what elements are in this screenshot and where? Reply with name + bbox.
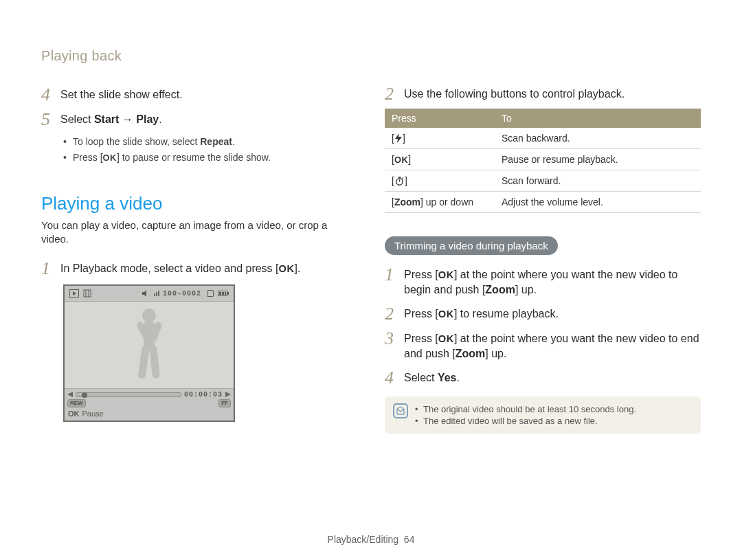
step-number: 5 <box>41 109 60 128</box>
right-column: 2 Use the following buttons to control p… <box>385 48 701 434</box>
svg-rect-2 <box>84 290 91 297</box>
svg-rect-16 <box>137 346 150 379</box>
step-number: 1 <box>41 258 60 278</box>
zoom-label: Zoom <box>394 197 420 208</box>
breadcrumb: Playing back <box>41 48 357 64</box>
video-preview: 100-0002 <box>63 284 235 422</box>
desc-cell: Scan forward. <box>495 170 701 192</box>
step-number: 1 <box>385 265 404 284</box>
step-number: 2 <box>385 304 404 323</box>
press-cell: [Zoom] up or down <box>385 192 495 213</box>
memory-icon <box>207 290 214 297</box>
desc-cell: Scan backward. <box>495 128 701 149</box>
ok-icon: OK <box>279 263 295 274</box>
step-5-bullets: To loop the slide show, select Repeat. P… <box>63 134 357 166</box>
progress-handle-icon <box>82 392 87 398</box>
timecode: 00:00:03 <box>184 391 223 399</box>
subsection-pill: Trimming a video during playback <box>385 236 558 255</box>
video-step-1: 1 In Playback mode, select a video and p… <box>41 258 357 278</box>
text: Select <box>60 113 94 125</box>
step-text: Select Start → Play. <box>60 109 162 127</box>
note-item: The edited video will be saved as a new … <box>415 415 636 427</box>
text: ] up. <box>515 284 537 295</box>
press-cell: [] <box>385 170 495 192</box>
footer-page-number: 64 <box>404 534 415 545</box>
page-footer: Playback/Editing 64 <box>0 534 742 545</box>
ff-chip: FF <box>218 399 231 407</box>
text: ]. <box>295 262 301 274</box>
step-text: Select Yes. <box>404 368 460 385</box>
note-list: The original video should be at least 10… <box>415 403 636 427</box>
controls-table: Press To [] Scan backward. [OK] Pause or… <box>385 109 701 213</box>
preview-chips-row: REW FF <box>65 399 234 408</box>
bold-zoom: Zoom <box>485 284 515 295</box>
text: Press [ <box>404 269 438 280</box>
note-box: The original video should be at least 10… <box>385 396 701 434</box>
film-icon <box>83 289 91 298</box>
section-title: Playing a video <box>41 193 357 214</box>
svg-marker-18 <box>67 392 73 397</box>
svg-rect-10 <box>222 292 224 295</box>
desc-cell: Adjust the volume level. <box>495 192 701 213</box>
svg-marker-5 <box>142 290 146 297</box>
ok-icon: OK <box>394 155 408 165</box>
press-cell: [OK] <box>385 149 495 170</box>
volume-bars-icon <box>154 291 159 296</box>
bold-play: Play <box>136 113 159 125</box>
table-row: [Zoom] up or down Adjust the volume leve… <box>385 192 701 213</box>
preview-progress-row: 00:00:03 <box>65 389 234 399</box>
trim-step-2: 2 Press [OK] to resume playback. <box>385 304 701 323</box>
text: Press [ <box>73 152 103 163</box>
step-text: Press [OK] at the point where you want t… <box>404 265 701 298</box>
step-text: Set the slide show effect. <box>60 85 183 102</box>
ok-icon: OK <box>103 153 117 163</box>
rew-chip: REW <box>67 399 86 407</box>
step-number: 4 <box>41 85 60 104</box>
desc-cell: Pause or resume playback. <box>495 149 701 170</box>
table-header-press: Press <box>385 109 495 128</box>
flash-icon: [] <box>392 133 405 144</box>
preview-top-bar: 100-0002 <box>65 286 234 301</box>
ok-label: OK <box>68 410 80 418</box>
preview-scene <box>65 301 234 389</box>
left-column: Playing back 4 Set the slide show effect… <box>41 48 357 434</box>
timer-icon: [] <box>392 175 407 186</box>
svg-point-12 <box>142 309 156 322</box>
bold-yes: Yes <box>438 372 457 383</box>
ok-icon: OK <box>438 333 454 344</box>
footer-section: Playback/Editing <box>328 534 399 545</box>
trim-step-4: 4 Select Yes. <box>385 368 701 387</box>
svg-rect-11 <box>225 292 226 295</box>
zoom-label-post: up or down <box>423 197 473 208</box>
bold-zoom: Zoom <box>456 348 486 359</box>
step-text: In Playback mode, select a video and pre… <box>60 258 300 276</box>
playback-step-2: 2 Use the following buttons to control p… <box>385 84 701 103</box>
text: ] to resume playback. <box>454 308 559 320</box>
press-cell: [] <box>385 128 495 149</box>
step-5: 5 Select Start → Play. <box>41 109 357 128</box>
svg-marker-20 <box>395 133 402 143</box>
trim-step-3: 3 Press [OK] at the point where you want… <box>385 328 701 362</box>
text: . <box>159 113 161 125</box>
text: Select <box>404 372 438 383</box>
battery-icon <box>218 291 229 296</box>
text: In Playback mode, select a video and pre… <box>60 262 279 274</box>
ok-icon: OK <box>438 269 454 280</box>
text: ] to pause or resume the slide show. <box>117 152 271 163</box>
bullet: To loop the slide show, select Repeat. <box>63 134 357 150</box>
table-row: [] Scan backward. <box>385 128 701 149</box>
step-text: Press [OK] at the point where you want t… <box>404 328 701 362</box>
page: Playing back 4 Set the slide show effect… <box>0 0 742 461</box>
bold-start: Start <box>94 113 119 125</box>
svg-rect-8 <box>227 292 229 295</box>
step-number: 3 <box>385 328 404 348</box>
text: ] up. <box>485 348 506 359</box>
svg-marker-19 <box>225 392 231 397</box>
preview-footer: OKPause <box>65 408 234 421</box>
table-row: [OK] Pause or resume playback. <box>385 149 701 170</box>
trim-step-1: 1 Press [OK] at the point where you want… <box>385 265 701 298</box>
table-header-row: Press To <box>385 109 701 128</box>
svg-marker-1 <box>73 291 76 295</box>
svg-rect-9 <box>219 292 221 295</box>
svg-rect-6 <box>207 291 214 297</box>
